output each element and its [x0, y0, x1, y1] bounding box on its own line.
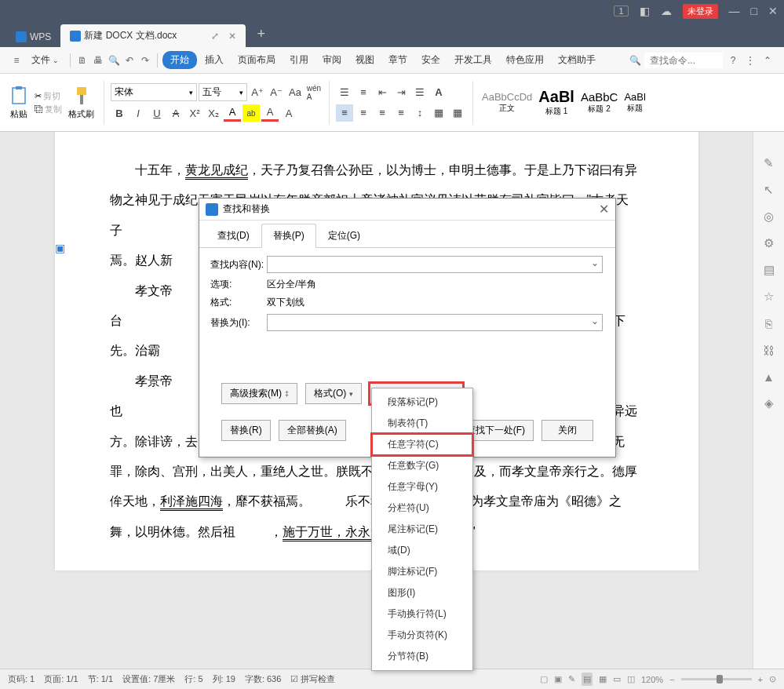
menu-insert[interactable]: 插入: [199, 50, 230, 70]
view-focus-icon[interactable]: ◫: [627, 674, 635, 684]
menu-helper[interactable]: 文档助手: [552, 50, 602, 70]
bullet-list-button[interactable]: ☰: [336, 84, 353, 101]
menu-review[interactable]: 审阅: [316, 50, 348, 70]
more-icon[interactable]: ⋮: [743, 55, 757, 66]
dd-page-break[interactable]: 手动分页符(K): [372, 625, 472, 646]
style-heading3[interactable]: AaBl标题: [622, 89, 647, 116]
dd-section-break[interactable]: 分节符(B): [372, 646, 472, 667]
clip-icon[interactable]: ⎘: [761, 315, 777, 331]
outdent-button[interactable]: ⇤: [374, 84, 391, 101]
zoom-slider[interactable]: [681, 678, 752, 680]
dd-any-digit[interactable]: 任意数字(G): [372, 455, 472, 476]
image-icon[interactable]: ▲: [761, 369, 777, 385]
tab-replace[interactable]: 替换(P): [261, 224, 316, 248]
target-icon[interactable]: ◎: [761, 209, 777, 224]
menu-layout[interactable]: 页面布局: [232, 50, 282, 70]
preview-icon[interactable]: 🔍: [107, 55, 121, 66]
format-painter-button[interactable]: 格式刷: [65, 82, 97, 123]
menu-ref[interactable]: 引用: [283, 50, 315, 70]
char-border-button[interactable]: A: [280, 104, 297, 122]
new-tab-button[interactable]: +: [246, 21, 276, 47]
tab-pin-icon[interactable]: ⤢: [211, 31, 219, 42]
strike-button[interactable]: A: [167, 104, 184, 122]
number-list-button[interactable]: ≡: [355, 84, 372, 101]
close-dialog-button[interactable]: 关闭: [542, 420, 593, 441]
maximize-button[interactable]: □: [751, 5, 757, 17]
dd-any-character[interactable]: 任意字符(C): [372, 434, 472, 455]
indent-button[interactable]: ⇥: [392, 84, 410, 101]
sb-page[interactable]: 页面: 1/1: [44, 673, 78, 685]
superscript-button[interactable]: X²: [186, 104, 203, 122]
print-icon[interactable]: 🖶: [91, 55, 105, 66]
link-icon[interactable]: ⛓: [761, 342, 777, 358]
replace-input[interactable]: [267, 314, 603, 331]
shading-button[interactable]: ▦: [430, 104, 447, 122]
settings-icon[interactable]: ⚙: [761, 235, 777, 251]
style-heading1[interactable]: AaBl标题 1: [536, 86, 577, 119]
replace-all-button[interactable]: 全部替换(A): [279, 420, 346, 441]
dd-any-letter[interactable]: 任意字母(Y): [372, 476, 472, 498]
dd-tab-char[interactable]: 制表符(T): [372, 413, 472, 434]
feedback-icon[interactable]: ☁: [661, 5, 672, 17]
view-outline-icon[interactable]: ▢: [540, 674, 548, 684]
menu-security[interactable]: 安全: [415, 50, 447, 70]
close-button[interactable]: ✕: [768, 5, 778, 17]
dd-graphic[interactable]: 图形(I): [372, 582, 472, 603]
view-web-icon[interactable]: ▣: [554, 674, 562, 684]
command-search-input[interactable]: [644, 53, 723, 68]
bold-button[interactable]: B: [111, 104, 128, 122]
redo-icon[interactable]: ↷: [138, 55, 152, 66]
borders-button[interactable]: ▦: [449, 104, 466, 122]
star-icon[interactable]: ☆: [761, 289, 777, 304]
menu-special[interactable]: 特色应用: [500, 50, 550, 70]
dd-footnote-mark[interactable]: 脚注标记(F): [372, 561, 472, 582]
dd-endnote-mark[interactable]: 尾注标记(E): [372, 519, 472, 540]
paste-button[interactable]: 粘贴: [6, 82, 31, 123]
dd-paragraph-mark[interactable]: 段落标记(P): [372, 392, 472, 413]
phonetic-button[interactable]: wénA: [305, 84, 323, 101]
sb-page-no[interactable]: 页码: 1: [8, 673, 35, 685]
pencil-icon[interactable]: ✎: [761, 155, 777, 171]
align-right-button[interactable]: ≡: [374, 104, 391, 122]
cut-button[interactable]: ✂ 剪切: [35, 90, 62, 102]
note-icon[interactable]: ▤: [761, 262, 777, 278]
find-input[interactable]: [267, 256, 603, 273]
zoom-out-button[interactable]: −: [669, 675, 674, 684]
save-icon[interactable]: 🗎: [75, 55, 89, 66]
menu-file[interactable]: 文件 ⌄: [25, 50, 65, 70]
dialog-titlebar[interactable]: 查找和替换 ✕: [199, 199, 615, 221]
dd-column-break[interactable]: 分栏符(U): [372, 498, 472, 519]
text-tools-button[interactable]: A: [430, 84, 447, 101]
align-center-button[interactable]: ≡: [355, 104, 372, 122]
sb-words[interactable]: 字数: 636: [245, 673, 281, 685]
view-read-icon[interactable]: ✎: [568, 674, 575, 684]
font-color-button[interactable]: A: [224, 104, 241, 122]
view-print-icon[interactable]: ▤: [582, 673, 593, 686]
style-normal[interactable]: AaBbCcDd正文: [480, 89, 534, 116]
zoom-label[interactable]: 120%: [641, 675, 663, 684]
font-size-combo[interactable]: 五号▾: [199, 83, 247, 101]
tab-goto[interactable]: 定位(G): [316, 224, 372, 248]
advanced-search-button[interactable]: 高级搜索(M) ‡: [221, 383, 297, 404]
undo-icon[interactable]: ↶: [122, 55, 137, 66]
italic-button[interactable]: I: [129, 104, 147, 122]
cube-icon[interactable]: ◈: [761, 396, 777, 411]
decrease-font-button[interactable]: A⁻: [268, 84, 285, 101]
sb-spellcheck[interactable]: ☑ 拼写检查: [290, 673, 335, 685]
login-button[interactable]: 未登录: [683, 4, 718, 19]
change-case-button[interactable]: Aa: [286, 84, 304, 101]
dialog-close-button[interactable]: ✕: [599, 202, 609, 217]
line-spacing-button[interactable]: ↕: [411, 104, 428, 122]
menu-dev[interactable]: 开发工具: [448, 50, 498, 70]
dd-line-break[interactable]: 手动换行符(L): [372, 603, 472, 625]
menu-start[interactable]: 开始: [162, 51, 197, 69]
align-left-button[interactable]: ≡: [336, 104, 353, 122]
view-page-icon[interactable]: ▭: [613, 674, 621, 684]
tab-find[interactable]: 查找(D): [206, 224, 261, 248]
fit-button[interactable]: ⊙: [769, 674, 776, 684]
increase-font-button[interactable]: A⁺: [249, 84, 266, 101]
dd-field[interactable]: 域(D): [372, 540, 472, 561]
tab-close-button[interactable]: ✕: [228, 31, 236, 42]
zoom-in-button[interactable]: +: [758, 675, 763, 684]
collapse-ribbon-icon[interactable]: ⌃: [760, 55, 775, 66]
